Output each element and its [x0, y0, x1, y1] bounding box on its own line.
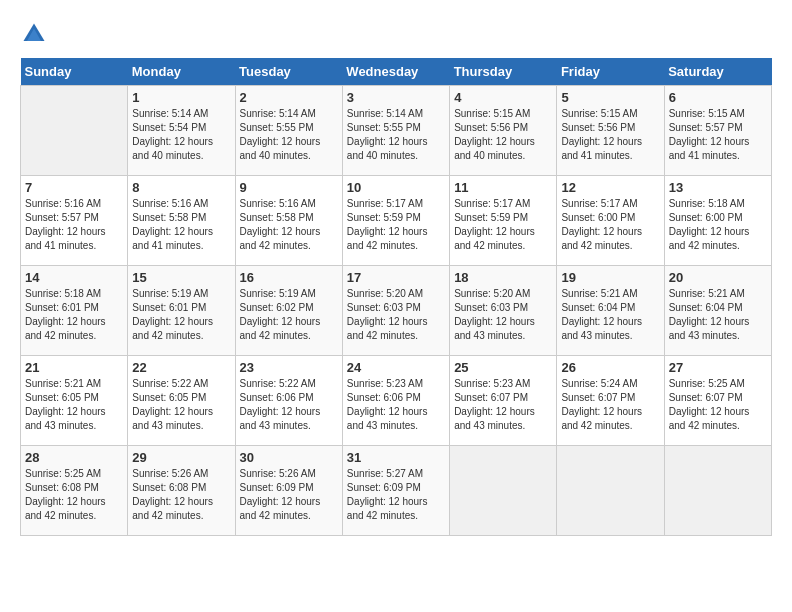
calendar-cell: 20 Sunrise: 5:21 AMSunset: 6:04 PMDaylig…: [664, 266, 771, 356]
day-number: 22: [132, 360, 230, 375]
day-info: Sunrise: 5:21 AMSunset: 6:04 PMDaylight:…: [669, 287, 767, 343]
day-number: 9: [240, 180, 338, 195]
day-number: 23: [240, 360, 338, 375]
weekday-header: Tuesday: [235, 58, 342, 86]
calendar-cell: 10 Sunrise: 5:17 AMSunset: 5:59 PMDaylig…: [342, 176, 449, 266]
day-number: 5: [561, 90, 659, 105]
day-info: Sunrise: 5:15 AMSunset: 5:57 PMDaylight:…: [669, 107, 767, 163]
day-info: Sunrise: 5:21 AMSunset: 6:05 PMDaylight:…: [25, 377, 123, 433]
page-header: [20, 20, 772, 48]
day-info: Sunrise: 5:21 AMSunset: 6:04 PMDaylight:…: [561, 287, 659, 343]
calendar-cell: 24 Sunrise: 5:23 AMSunset: 6:06 PMDaylig…: [342, 356, 449, 446]
day-number: 18: [454, 270, 552, 285]
calendar-cell: 14 Sunrise: 5:18 AMSunset: 6:01 PMDaylig…: [21, 266, 128, 356]
day-info: Sunrise: 5:26 AMSunset: 6:08 PMDaylight:…: [132, 467, 230, 523]
calendar-cell: [557, 446, 664, 536]
calendar-cell: 18 Sunrise: 5:20 AMSunset: 6:03 PMDaylig…: [450, 266, 557, 356]
day-number: 29: [132, 450, 230, 465]
day-number: 28: [25, 450, 123, 465]
day-info: Sunrise: 5:24 AMSunset: 6:07 PMDaylight:…: [561, 377, 659, 433]
day-info: Sunrise: 5:20 AMSunset: 6:03 PMDaylight:…: [454, 287, 552, 343]
day-number: 4: [454, 90, 552, 105]
day-info: Sunrise: 5:20 AMSunset: 6:03 PMDaylight:…: [347, 287, 445, 343]
day-number: 11: [454, 180, 552, 195]
day-number: 7: [25, 180, 123, 195]
day-number: 3: [347, 90, 445, 105]
calendar-cell: 11 Sunrise: 5:17 AMSunset: 5:59 PMDaylig…: [450, 176, 557, 266]
day-info: Sunrise: 5:25 AMSunset: 6:08 PMDaylight:…: [25, 467, 123, 523]
day-number: 20: [669, 270, 767, 285]
day-number: 6: [669, 90, 767, 105]
day-number: 14: [25, 270, 123, 285]
calendar-cell: 9 Sunrise: 5:16 AMSunset: 5:58 PMDayligh…: [235, 176, 342, 266]
day-number: 13: [669, 180, 767, 195]
day-info: Sunrise: 5:15 AMSunset: 5:56 PMDaylight:…: [454, 107, 552, 163]
day-number: 30: [240, 450, 338, 465]
weekday-header: Friday: [557, 58, 664, 86]
calendar-cell: 17 Sunrise: 5:20 AMSunset: 6:03 PMDaylig…: [342, 266, 449, 356]
day-number: 15: [132, 270, 230, 285]
weekday-header: Sunday: [21, 58, 128, 86]
calendar-cell: 12 Sunrise: 5:17 AMSunset: 6:00 PMDaylig…: [557, 176, 664, 266]
day-info: Sunrise: 5:18 AMSunset: 6:00 PMDaylight:…: [669, 197, 767, 253]
calendar-cell: 7 Sunrise: 5:16 AMSunset: 5:57 PMDayligh…: [21, 176, 128, 266]
logo-icon: [20, 20, 48, 48]
day-info: Sunrise: 5:22 AMSunset: 6:06 PMDaylight:…: [240, 377, 338, 433]
calendar-cell: 15 Sunrise: 5:19 AMSunset: 6:01 PMDaylig…: [128, 266, 235, 356]
day-info: Sunrise: 5:14 AMSunset: 5:55 PMDaylight:…: [347, 107, 445, 163]
day-number: 24: [347, 360, 445, 375]
calendar-cell: 28 Sunrise: 5:25 AMSunset: 6:08 PMDaylig…: [21, 446, 128, 536]
day-number: 10: [347, 180, 445, 195]
day-number: 26: [561, 360, 659, 375]
calendar-cell: 23 Sunrise: 5:22 AMSunset: 6:06 PMDaylig…: [235, 356, 342, 446]
day-info: Sunrise: 5:14 AMSunset: 5:55 PMDaylight:…: [240, 107, 338, 163]
calendar-cell: 21 Sunrise: 5:21 AMSunset: 6:05 PMDaylig…: [21, 356, 128, 446]
calendar-cell: 31 Sunrise: 5:27 AMSunset: 6:09 PMDaylig…: [342, 446, 449, 536]
day-info: Sunrise: 5:17 AMSunset: 5:59 PMDaylight:…: [347, 197, 445, 253]
calendar-cell: 4 Sunrise: 5:15 AMSunset: 5:56 PMDayligh…: [450, 86, 557, 176]
calendar-cell: 5 Sunrise: 5:15 AMSunset: 5:56 PMDayligh…: [557, 86, 664, 176]
calendar-cell: 3 Sunrise: 5:14 AMSunset: 5:55 PMDayligh…: [342, 86, 449, 176]
day-number: 27: [669, 360, 767, 375]
calendar-cell: 13 Sunrise: 5:18 AMSunset: 6:00 PMDaylig…: [664, 176, 771, 266]
calendar-cell: 8 Sunrise: 5:16 AMSunset: 5:58 PMDayligh…: [128, 176, 235, 266]
calendar-cell: [664, 446, 771, 536]
calendar-cell: [450, 446, 557, 536]
calendar-cell: 22 Sunrise: 5:22 AMSunset: 6:05 PMDaylig…: [128, 356, 235, 446]
calendar-cell: 27 Sunrise: 5:25 AMSunset: 6:07 PMDaylig…: [664, 356, 771, 446]
day-info: Sunrise: 5:16 AMSunset: 5:58 PMDaylight:…: [132, 197, 230, 253]
day-info: Sunrise: 5:18 AMSunset: 6:01 PMDaylight:…: [25, 287, 123, 343]
calendar-cell: 29 Sunrise: 5:26 AMSunset: 6:08 PMDaylig…: [128, 446, 235, 536]
day-info: Sunrise: 5:16 AMSunset: 5:57 PMDaylight:…: [25, 197, 123, 253]
day-info: Sunrise: 5:27 AMSunset: 6:09 PMDaylight:…: [347, 467, 445, 523]
calendar-cell: 30 Sunrise: 5:26 AMSunset: 6:09 PMDaylig…: [235, 446, 342, 536]
day-info: Sunrise: 5:19 AMSunset: 6:01 PMDaylight:…: [132, 287, 230, 343]
day-info: Sunrise: 5:16 AMSunset: 5:58 PMDaylight:…: [240, 197, 338, 253]
calendar-table: SundayMondayTuesdayWednesdayThursdayFrid…: [20, 58, 772, 536]
calendar-cell: 6 Sunrise: 5:15 AMSunset: 5:57 PMDayligh…: [664, 86, 771, 176]
day-info: Sunrise: 5:25 AMSunset: 6:07 PMDaylight:…: [669, 377, 767, 433]
day-number: 16: [240, 270, 338, 285]
day-info: Sunrise: 5:23 AMSunset: 6:07 PMDaylight:…: [454, 377, 552, 433]
calendar-cell: 19 Sunrise: 5:21 AMSunset: 6:04 PMDaylig…: [557, 266, 664, 356]
day-number: 25: [454, 360, 552, 375]
calendar-cell: 25 Sunrise: 5:23 AMSunset: 6:07 PMDaylig…: [450, 356, 557, 446]
calendar-cell: [21, 86, 128, 176]
day-info: Sunrise: 5:22 AMSunset: 6:05 PMDaylight:…: [132, 377, 230, 433]
day-info: Sunrise: 5:17 AMSunset: 5:59 PMDaylight:…: [454, 197, 552, 253]
weekday-header: Wednesday: [342, 58, 449, 86]
day-number: 2: [240, 90, 338, 105]
day-number: 17: [347, 270, 445, 285]
weekday-header: Thursday: [450, 58, 557, 86]
weekday-header: Saturday: [664, 58, 771, 86]
weekday-header: Monday: [128, 58, 235, 86]
day-info: Sunrise: 5:19 AMSunset: 6:02 PMDaylight:…: [240, 287, 338, 343]
day-info: Sunrise: 5:23 AMSunset: 6:06 PMDaylight:…: [347, 377, 445, 433]
calendar-cell: 2 Sunrise: 5:14 AMSunset: 5:55 PMDayligh…: [235, 86, 342, 176]
day-info: Sunrise: 5:17 AMSunset: 6:00 PMDaylight:…: [561, 197, 659, 253]
day-info: Sunrise: 5:26 AMSunset: 6:09 PMDaylight:…: [240, 467, 338, 523]
day-number: 8: [132, 180, 230, 195]
day-number: 31: [347, 450, 445, 465]
calendar-cell: 1 Sunrise: 5:14 AMSunset: 5:54 PMDayligh…: [128, 86, 235, 176]
day-number: 19: [561, 270, 659, 285]
